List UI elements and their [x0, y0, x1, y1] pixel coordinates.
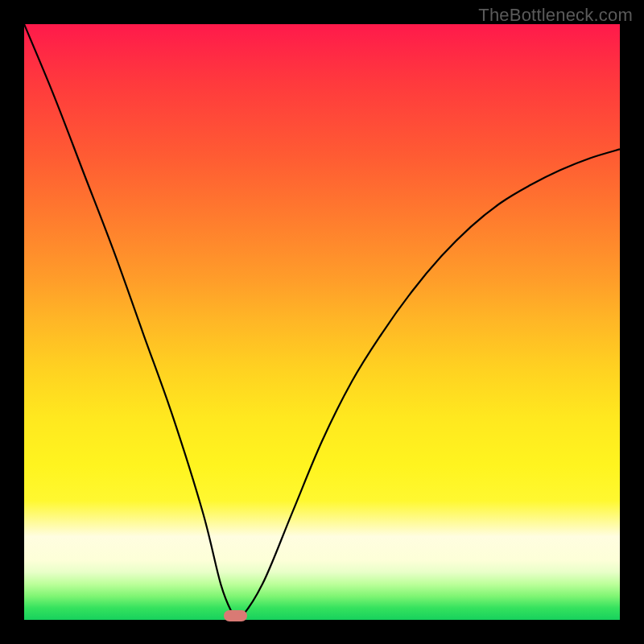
curve-path	[24, 24, 620, 620]
plot-area	[24, 24, 620, 620]
bottleneck-curve	[24, 24, 620, 620]
chart-frame: TheBottleneck.com	[0, 0, 644, 644]
watermark-text: TheBottleneck.com	[478, 5, 633, 26]
optimal-marker	[224, 610, 248, 621]
